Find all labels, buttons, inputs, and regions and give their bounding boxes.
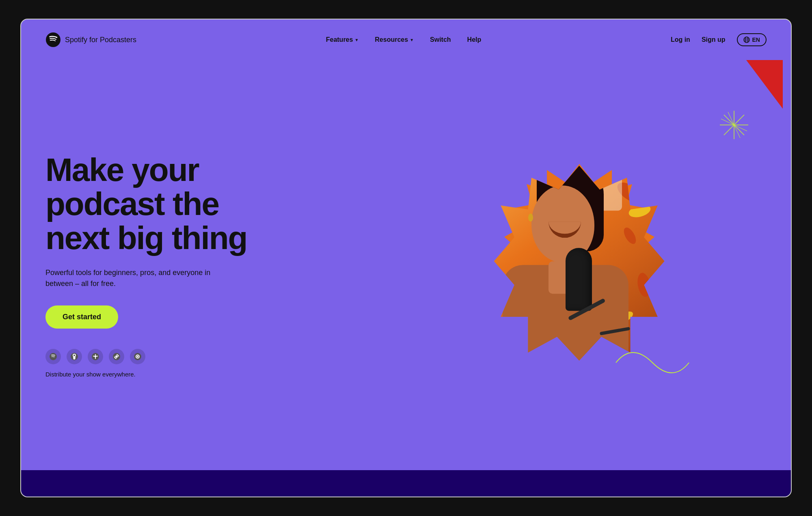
platform-icons-row [45,349,257,364]
svg-point-13 [95,356,96,357]
platform-google-icon [88,349,103,364]
red-corner-decoration [746,60,783,109]
brand-name: Spotify for Podcasters [65,36,136,44]
hero-subtitle: Powerful tools for beginners, pros, and … [45,267,216,289]
login-link[interactable]: Log in [671,36,690,43]
footer-bar [21,470,791,497]
platform-apple-icon [67,349,82,364]
nav-resources[interactable]: Resources ▼ [375,36,414,43]
hero-right-visual [367,60,791,470]
get-started-button[interactable]: Get started [45,305,118,329]
browser-frame: Spotify for Podcasters Features ▼ Resour… [20,19,792,497]
hero-image-blob [458,127,701,403]
language-label: EN [752,37,760,43]
distribute-text: Distribute your show everywhere. [45,371,257,378]
platform-spotify-icon [45,349,61,364]
nav-right: Log in Sign up EN [671,33,767,46]
features-chevron-icon: ▼ [354,38,358,42]
spotify-logo-icon [45,32,61,47]
sparkle-icon [718,109,750,141]
platform-overcast-icon [109,349,124,364]
nav-center: Features ▼ Resources ▼ Switch Help [326,36,482,43]
nav-features[interactable]: Features ▼ [326,36,359,43]
signup-link[interactable]: Sign up [702,36,726,43]
svg-point-6 [50,353,57,360]
squiggle-decoration [612,334,693,391]
resources-chevron-icon: ▼ [410,38,414,42]
hero-section: Make your podcast the next big thing Pow… [21,60,791,470]
globe-icon [743,37,750,43]
svg-point-0 [46,32,60,47]
svg-point-15 [115,355,118,358]
language-selector[interactable]: EN [737,33,767,46]
nav-help[interactable]: Help [467,36,482,43]
page-wrapper: Spotify for Podcasters Features ▼ Resour… [21,19,791,497]
navbar: Spotify for Podcasters Features ▼ Resour… [21,19,791,60]
nav-switch[interactable]: Switch [430,36,451,43]
hero-title: Make your podcast the next big thing [45,153,257,255]
brand-logo[interactable]: Spotify for Podcasters [45,32,136,47]
platform-castro-icon [130,349,145,364]
hero-left-content: Make your podcast the next big thing Pow… [45,153,257,378]
